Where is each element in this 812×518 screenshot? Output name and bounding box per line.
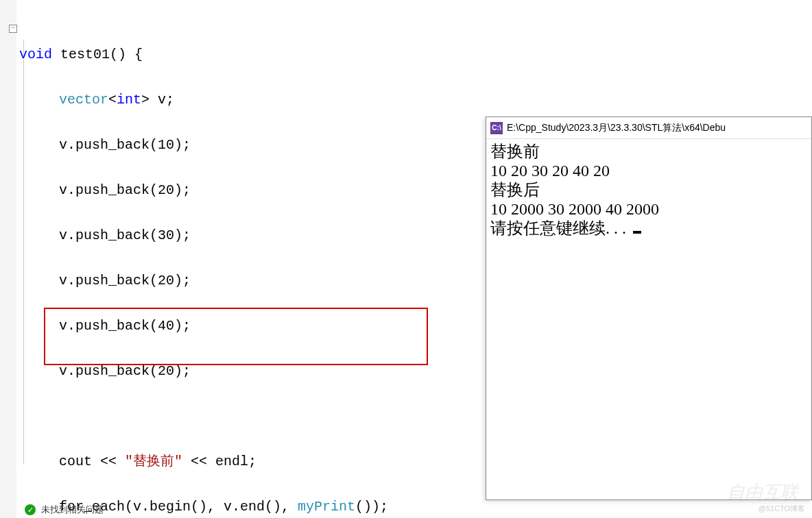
blank-line <box>19 405 388 428</box>
keyword-void: void <box>19 47 52 62</box>
code-line: v.push_back(20); <box>19 360 388 382</box>
keyword-int: int <box>117 92 141 108</box>
fn-signature: test01() { <box>52 47 143 62</box>
status-bar: ✓ 未找到相关问题 <box>0 502 812 518</box>
decl-rest: > v; <box>141 92 174 108</box>
code-line: v.push_back(20); <box>19 269 388 292</box>
code-line: vector<int> v; <box>19 88 388 111</box>
console-output: 替换前 10 20 30 20 40 20 替换后 10 2000 30 200… <box>486 139 811 241</box>
console-line: 10 20 30 20 40 20 <box>490 162 610 180</box>
console-line: 10 2000 30 2000 40 2000 <box>490 200 659 218</box>
status-text: 未找到相关问题 <box>41 504 104 516</box>
code-line: void test01() { <box>19 43 388 66</box>
console-line: 请按任意键继续. . . <box>490 219 630 237</box>
cout-suffix: << endl; <box>182 454 256 469</box>
console-title-text: E:\Cpp_Study\2023.3月\23.3.30\STL算法\x64\D… <box>507 122 726 134</box>
code-line: v.push_back(40); <box>19 314 388 337</box>
code-line: cout << "替换前" << endl; <box>19 450 388 473</box>
type-vector: vector <box>59 92 108 108</box>
console-app-icon: C:\ <box>490 122 503 134</box>
console-line: 替换前 <box>490 143 540 160</box>
console-line: 替换后 <box>490 181 540 199</box>
string-literal: "替换前" <box>125 454 182 469</box>
code-line: v.push_back(30); <box>19 224 388 247</box>
status-ok-icon: ✓ <box>25 504 36 515</box>
watermark-text: @51CTO博客 <box>759 504 805 514</box>
code-line: v.push_back(10); <box>19 134 388 156</box>
fold-toggle[interactable]: − <box>9 25 17 33</box>
code-area[interactable]: void test01() { vector<int> v; v.push_ba… <box>19 21 388 518</box>
angle-open: < <box>108 92 117 108</box>
editor-gutter <box>0 0 16 518</box>
console-window[interactable]: C:\ E:\Cpp_Study\2023.3月\23.3.30\STL算法\x… <box>486 116 812 500</box>
console-titlebar[interactable]: C:\ E:\Cpp_Study\2023.3月\23.3.30\STL算法\x… <box>486 117 811 139</box>
code-line: v.push_back(20); <box>19 179 388 201</box>
cout-prefix: cout << <box>59 454 125 469</box>
cursor-icon <box>633 231 641 234</box>
